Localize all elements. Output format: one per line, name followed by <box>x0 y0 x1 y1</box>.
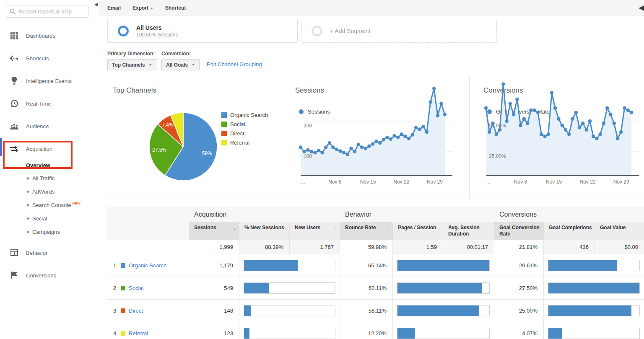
email-button[interactable]: Email <box>107 5 121 11</box>
sidebar-item-search-console[interactable]: ▶Search ConsoleNEW <box>0 198 99 212</box>
segment-all-users[interactable]: All Users 100.00% Sessions <box>107 19 298 43</box>
chevron-down-icon: ▼ <box>148 63 152 67</box>
bar-fill <box>244 305 251 316</box>
legend-item: Referral <box>221 140 268 146</box>
channels-table-wrap: Acquisition Behavior Conversions Session… <box>107 207 644 339</box>
bar-fill <box>244 328 249 339</box>
column-header-new-users[interactable]: New Users↓ <box>290 222 340 240</box>
column-header--new-sessions[interactable]: % New Sessions↓ <box>239 222 290 240</box>
column-header-spacer <box>107 222 189 240</box>
table-totals-row: 1,99988.39%1,76759.98%1.5900:01:1721.81%… <box>107 240 644 254</box>
sidebar-item-shortcuts[interactable]: Shortcuts <box>0 53 99 63</box>
column-header-label: Goal Completions <box>549 225 592 230</box>
search-input[interactable] <box>19 8 82 15</box>
chevron-down-icon: ▼ <box>150 7 153 10</box>
column-header-label: Bounce Rate <box>345 225 376 230</box>
column-header-sessions[interactable]: Sessions↓ <box>189 222 239 240</box>
conversion-dropdown[interactable]: All Goals▼ <box>161 59 200 70</box>
bounce-bar-cell <box>393 254 494 277</box>
sort-icon: ↓ <box>387 225 390 231</box>
column-header-bounce-rate[interactable]: Bounce Rate↓ <box>340 222 393 240</box>
column-header-pages-session[interactable]: Pages / Session↓ <box>393 222 443 240</box>
channel-link[interactable]: Referral <box>129 330 148 336</box>
conversions-line-chart: 50.00%25.00%…Nov 8Nov 15Nov 22Nov 29 <box>470 76 644 199</box>
svg-text:Nov 8: Nov 8 <box>328 179 342 185</box>
totals-value: 88.39% <box>239 240 290 254</box>
segment-donut-icon <box>118 26 129 36</box>
sidebar-item-dashboards[interactable]: Dashboards <box>0 31 99 41</box>
channel-link[interactable]: Social <box>129 285 143 291</box>
chevron-right-icon: ▶ <box>27 189 30 194</box>
bar-box <box>397 305 490 316</box>
intelligence-bulb-icon <box>10 77 18 85</box>
audience-people-icon <box>10 122 18 130</box>
bar-fill <box>548 305 631 316</box>
sidebar-item-conversions[interactable]: Conversions <box>0 270 99 280</box>
totals-value: 436 <box>544 240 595 254</box>
row-rank: 3 <box>113 308 119 314</box>
sidebar-item-real-time[interactable]: Real-Time <box>0 98 99 109</box>
sessions-value: 148 <box>189 300 239 322</box>
shortcut-button[interactable]: Shortcut <box>165 5 186 11</box>
sidebar-item-label: Shortcuts <box>26 55 49 62</box>
column-header-label: Goal Conversion Rate <box>499 225 540 237</box>
sidebar-item-social[interactable]: ▶Social <box>0 212 99 225</box>
channel-link[interactable]: Direct <box>129 308 143 314</box>
bar-fill <box>548 283 639 293</box>
export-button[interactable]: Export▼ <box>132 5 153 11</box>
table-row: 2Social54960.11%27.50% <box>107 277 644 300</box>
main-content: Email Export▼ Shortcut ◀ All Users 100.0… <box>99 0 644 339</box>
sidebar-item-behavior[interactable]: Behavior <box>0 248 99 258</box>
svg-text:200: 200 <box>304 123 312 129</box>
table-row: 1Organic Search1,17965.14%20.61% <box>107 254 644 277</box>
sidebar-item-acquisition[interactable]: Acquisition <box>0 144 99 154</box>
column-header-goal-completions[interactable]: Goal Completions↓ <box>544 222 595 240</box>
sort-icon: ↓ <box>489 225 491 231</box>
sidebar-item-all-traffic[interactable]: ▶All Traffic <box>0 171 99 185</box>
bounce-rate-value: 58.11% <box>340 300 393 322</box>
add-segment-button[interactable]: + Add Segment <box>301 19 497 43</box>
sessions-panel: Sessions Sessions 200100…Nov 8Nov 15Nov … <box>281 76 469 199</box>
column-header-label: Pages / Session <box>398 225 436 230</box>
chevron-right-icon: ▶ <box>27 230 30 234</box>
sidebar-item-campaigns[interactable]: ▶Campaigns <box>0 225 99 238</box>
segments-section: All Users 100.00% Sessions + Add Segment <box>99 16 644 48</box>
bar-box <box>244 328 335 339</box>
sidebar-item-overview[interactable]: Overview <box>0 159 99 171</box>
table-row: 3Direct14858.11%25.00% <box>107 300 644 322</box>
sort-icon: ↓ <box>335 225 337 231</box>
svg-text:Nov 22: Nov 22 <box>580 179 596 185</box>
totals-spacer <box>107 240 189 254</box>
bounce-rate-value: 12.20% <box>340 322 393 339</box>
search-box[interactable] <box>6 5 88 18</box>
legend-item: Organic Search <box>221 112 268 118</box>
column-header-avg-session-duration[interactable]: Avg. Session Duration↓ <box>443 222 494 240</box>
bar-box <box>548 260 640 271</box>
goal-conversion-value: 27.50% <box>494 277 544 300</box>
goal-bar-cell <box>544 254 644 277</box>
bar-box <box>397 328 490 339</box>
sidebar-collapse-icon[interactable]: ◀ <box>93 1 99 8</box>
sidebar: ◀ DashboardsShortcutsIntelligence Events… <box>0 0 99 339</box>
channel-link[interactable]: Organic Search <box>129 262 166 269</box>
totals-value: $0.00 <box>595 240 644 254</box>
conversion-label: Conversion: <box>161 51 191 57</box>
primary-dimension-dropdown[interactable]: Top Channels▼ <box>107 59 156 70</box>
legend-label: Social <box>230 121 245 127</box>
totals-value: 59.98% <box>340 240 393 254</box>
column-header-goal-conversion-rate[interactable]: Goal Conversion Rate↓ <box>494 222 544 240</box>
search-icon <box>10 8 16 15</box>
sidebar-item-intelligence-events[interactable]: Intelligence Events <box>0 76 99 86</box>
sidebar-item-audience[interactable]: Audience <box>0 121 99 131</box>
sidebar-item-adwords[interactable]: ▶AdWords <box>0 185 99 198</box>
column-header-goal-value[interactable]: Goal Value↓ <box>595 222 644 240</box>
totals-value: 1.59 <box>393 240 443 254</box>
panel-collapse-icon[interactable]: ◀ <box>639 3 644 12</box>
shortcuts-icon <box>10 54 18 62</box>
segment-subtitle: 100.00% Sessions <box>136 32 178 38</box>
bar-box <box>548 282 640 294</box>
row-rank: 1 <box>113 262 119 269</box>
edit-channel-grouping-link[interactable]: Edit Channel Grouping <box>207 61 262 67</box>
acquisition-subnav: Overview▶All Traffic▶AdWords▶Search Cons… <box>0 159 99 238</box>
channel-color-chip <box>121 331 125 336</box>
